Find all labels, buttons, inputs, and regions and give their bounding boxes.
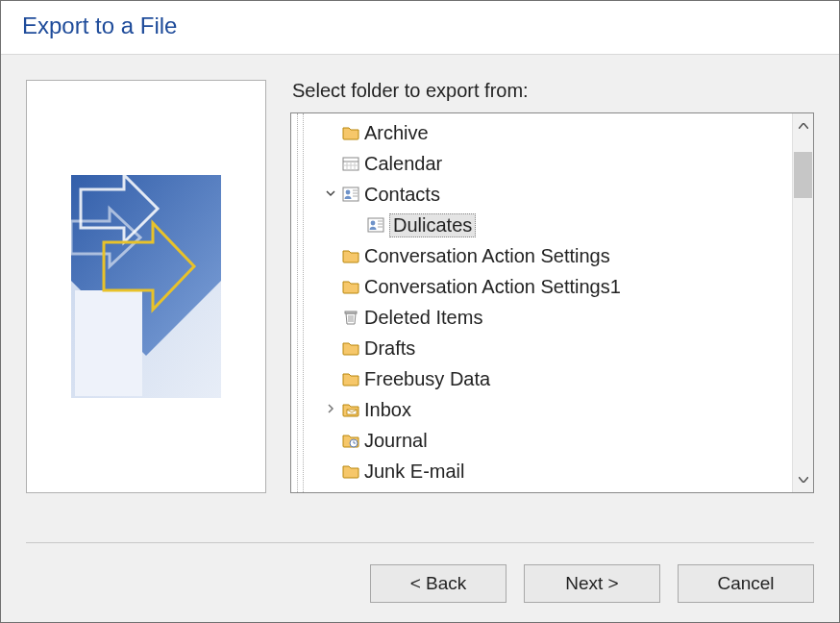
- tree-item-label: Conversation Action Settings1: [364, 276, 621, 298]
- scroll-track[interactable]: [793, 138, 813, 467]
- dialog-title: Export to a File: [1, 1, 839, 55]
- svg-point-10: [346, 190, 351, 195]
- tree-item-label: Archive: [364, 122, 429, 144]
- tree-item-label: Junk E-mail: [364, 461, 464, 483]
- tree-item-label: Journal: [364, 430, 428, 452]
- svg-point-15: [371, 221, 376, 226]
- folder-icon: [341, 339, 360, 357]
- tree-item[interactable]: Contacts: [312, 179, 792, 210]
- contacts-icon: [341, 186, 360, 203]
- folder-icon: [341, 462, 360, 480]
- prompt-label: Select folder to export from:: [292, 80, 814, 102]
- tree-item[interactable]: Dulicates: [312, 210, 792, 240]
- dialog-button-row: < Back Next > Cancel: [370, 564, 814, 603]
- tree-item[interactable]: Archive: [312, 117, 792, 148]
- tree-item[interactable]: Deleted Items: [312, 302, 792, 333]
- chevron-up-icon: [799, 123, 808, 129]
- tree-item[interactable]: Inbox: [312, 394, 792, 425]
- tree-item-label: Inbox: [364, 399, 411, 421]
- tree-item[interactable]: Drafts: [312, 333, 792, 363]
- back-button[interactable]: < Back: [370, 564, 506, 603]
- deleted-icon: [341, 309, 360, 326]
- tree-item-label: Contacts: [364, 184, 440, 206]
- journal-icon: [341, 432, 360, 449]
- scroll-thumb[interactable]: [794, 152, 812, 198]
- svg-rect-19: [345, 312, 357, 313]
- tree-item[interactable]: Journal: [312, 425, 792, 456]
- svg-rect-2: [75, 290, 142, 396]
- tree-scroll-area: ArchiveCalendarContactsDulicatesConversa…: [312, 113, 792, 492]
- scroll-up-button[interactable]: [793, 113, 813, 138]
- tree-item-label: Freebusy Data: [364, 368, 490, 390]
- tree-items: ArchiveCalendarContactsDulicatesConversa…: [312, 113, 792, 486]
- calendar-icon: [341, 155, 360, 172]
- chevron-right-icon[interactable]: [324, 403, 337, 416]
- folder-icon: [341, 278, 360, 295]
- chevron-down-icon: [799, 477, 808, 483]
- tree-gutter: [291, 113, 312, 492]
- dialog-title-text: Export to a File: [22, 12, 177, 38]
- content-area: Select folder to export from: ArchiveCal…: [26, 80, 814, 534]
- tree-item-label: Calendar: [364, 153, 442, 175]
- folder-icon: [341, 370, 360, 387]
- dialog-divider: [26, 542, 814, 543]
- scroll-down-button[interactable]: [793, 467, 813, 492]
- tree-item[interactable]: Conversation Action Settings1: [312, 271, 792, 302]
- vertical-scrollbar[interactable]: [792, 113, 813, 492]
- folder-icon: [341, 124, 360, 141]
- tree-item-label: Deleted Items: [364, 307, 482, 329]
- folder-select-panel: Select folder to export from: ArchiveCal…: [290, 80, 814, 493]
- contacts-icon: [366, 216, 385, 234]
- cancel-button[interactable]: Cancel: [678, 564, 814, 603]
- tree-item-label: Drafts: [364, 337, 415, 360]
- tree-item-label: Dulicates: [389, 213, 476, 237]
- chevron-down-icon[interactable]: [324, 187, 337, 201]
- folder-tree[interactable]: ArchiveCalendarContactsDulicatesConversa…: [290, 112, 814, 493]
- tree-item[interactable]: Calendar: [312, 148, 792, 179]
- wizard-graphic: [71, 175, 221, 398]
- tree-item-label: Conversation Action Settings: [364, 245, 610, 267]
- wizard-graphic-panel: [26, 80, 266, 493]
- inbox-icon: [341, 401, 360, 418]
- next-button[interactable]: Next >: [524, 564, 660, 603]
- tree-item[interactable]: Junk E-mail: [312, 456, 792, 486]
- tree-item[interactable]: Conversation Action Settings: [312, 240, 792, 271]
- tree-item[interactable]: Freebusy Data: [312, 363, 792, 394]
- folder-icon: [341, 247, 360, 264]
